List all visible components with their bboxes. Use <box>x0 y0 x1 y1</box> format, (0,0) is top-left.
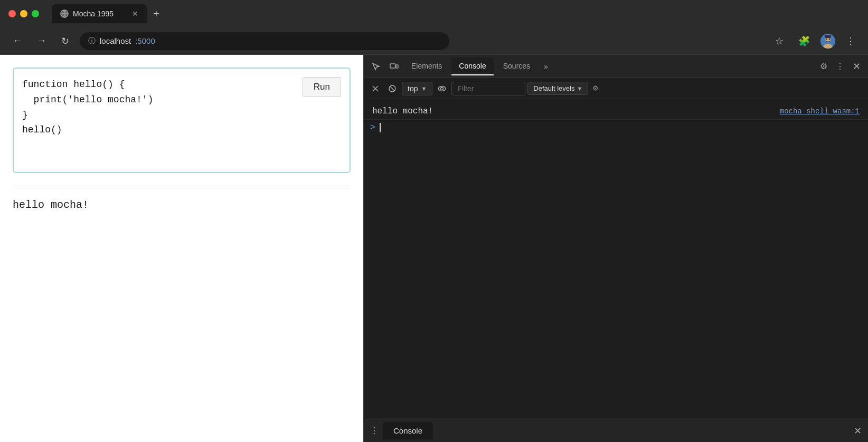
console-prompt: > <box>370 123 375 132</box>
console-log-text: hello mocha! <box>372 107 433 116</box>
console-log-entry: hello mocha! mocha_shell_wasm:1 <box>364 103 868 120</box>
tab-console[interactable]: Console <box>451 57 493 75</box>
inspector-tool-button[interactable] <box>368 59 384 74</box>
back-button[interactable]: ← <box>8 33 26 49</box>
info-icon: ⓘ <box>88 36 96 46</box>
output-text: hello mocha! <box>13 199 351 211</box>
refresh-button[interactable]: ↻ <box>57 33 73 49</box>
context-dropdown-arrow: ▼ <box>421 85 427 92</box>
code-editor: function hello() { print('hello mocha!')… <box>13 68 351 173</box>
forward-button[interactable]: → <box>33 33 51 49</box>
svg-line-13 <box>390 86 395 91</box>
more-tabs-button[interactable]: » <box>540 58 552 75</box>
minimize-traffic-light[interactable] <box>20 10 27 17</box>
bottom-console-tab[interactable]: Console <box>383 422 433 439</box>
bookmark-button[interactable]: ☆ <box>771 33 788 49</box>
tab-elements[interactable]: Elements <box>404 57 449 75</box>
title-bar: Mocha 1995 ✕ + <box>0 0 868 27</box>
eye-icon-button[interactable] <box>435 81 449 96</box>
nav-right-actions: ☆ 🧩 ⋮ <box>771 33 860 49</box>
menu-button[interactable]: ⋮ <box>842 33 860 49</box>
console-settings-button[interactable]: ⚙ <box>590 82 601 94</box>
tab-favicon <box>60 9 69 18</box>
context-label: top <box>408 84 418 93</box>
levels-selector[interactable]: Default levels ▼ <box>527 82 588 95</box>
levels-dropdown-arrow: ▼ <box>577 85 582 92</box>
browser-tab[interactable]: Mocha 1995 ✕ <box>52 4 147 23</box>
tab-title: Mocha 1995 <box>73 9 128 18</box>
run-button[interactable]: Run <box>303 77 341 97</box>
page-content: function hello() { print('hello mocha!')… <box>0 55 363 442</box>
content-area: function hello() { print('hello mocha!')… <box>0 55 868 442</box>
code-section: function hello() { print('hello mocha!')… <box>0 55 363 186</box>
svg-point-15 <box>441 87 444 90</box>
devtools-settings-button[interactable]: ⚙ <box>817 58 831 74</box>
console-toolbar: top ▼ Default levels ▼ ⚙ <box>364 78 868 99</box>
svg-rect-9 <box>825 35 831 38</box>
devtools-panel: Elements Console Sources » ⚙ ⋮ ✕ <box>363 55 868 442</box>
filter-input[interactable] <box>451 82 525 95</box>
maximize-traffic-light[interactable] <box>32 10 39 17</box>
tab-close-button[interactable]: ✕ <box>132 10 138 17</box>
console-output: hello mocha! mocha_shell_wasm:1 > <box>364 99 868 419</box>
bottom-close-button[interactable]: ✕ <box>854 425 862 437</box>
responsive-tool-button[interactable] <box>386 59 402 74</box>
devtools-bottom-bar: ⋮ Console ✕ <box>364 419 868 442</box>
block-request-button[interactable] <box>385 81 400 96</box>
clear-console-button[interactable] <box>368 81 383 96</box>
devtools-toolbar: Elements Console Sources » ⚙ ⋮ ✕ <box>364 55 868 78</box>
traffic-lights <box>8 10 39 17</box>
console-input-line: > <box>364 120 868 136</box>
bottom-menu-button[interactable]: ⋮ <box>370 426 379 436</box>
context-selector[interactable]: top ▼ <box>402 82 432 95</box>
profile-avatar[interactable] <box>820 34 835 49</box>
new-tab-button[interactable]: + <box>149 6 164 22</box>
address-bar[interactable]: ⓘ localhost:5000 <box>80 32 449 50</box>
devtools-close-button[interactable]: ✕ <box>850 57 864 75</box>
tab-bar: Mocha 1995 ✕ + <box>52 4 164 23</box>
address-text: localhost <box>100 36 131 45</box>
browser-window: Mocha 1995 ✕ + ← → ↻ ⓘ localhost:5000 ☆ … <box>0 0 868 442</box>
close-traffic-light[interactable] <box>8 10 16 17</box>
tab-sources[interactable]: Sources <box>496 57 537 75</box>
levels-label: Default levels <box>533 84 574 92</box>
console-log-source[interactable]: mocha_shell_wasm:1 <box>780 107 860 116</box>
extensions-button[interactable]: 🧩 <box>794 33 814 49</box>
svg-rect-10 <box>390 64 395 68</box>
code-textarea[interactable]: function hello() { print('hello mocha!')… <box>22 77 294 164</box>
svg-point-8 <box>829 38 831 40</box>
console-cursor <box>380 123 381 132</box>
devtools-more-button[interactable]: ⋮ <box>833 58 847 74</box>
svg-point-7 <box>826 38 827 40</box>
svg-rect-11 <box>396 65 398 68</box>
nav-bar: ← → ↻ ⓘ localhost:5000 ☆ 🧩 ⋮ <box>0 27 868 55</box>
output-section: hello mocha! <box>0 186 363 224</box>
address-port: :5000 <box>135 36 155 45</box>
